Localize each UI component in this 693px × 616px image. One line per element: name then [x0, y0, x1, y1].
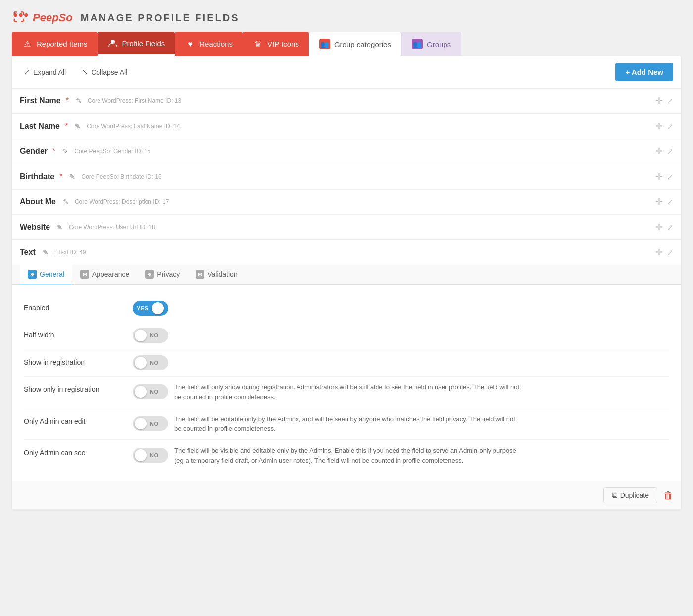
duplicate-label: Duplicate — [620, 491, 649, 499]
tab-group-categories[interactable]: 👥 Group categories — [309, 32, 401, 56]
duplicate-button[interactable]: ⧉ Duplicate — [603, 487, 657, 503]
field-row-first-name: First Name * ✎ Core WordPress: First Nam… — [12, 89, 681, 114]
field-row-about-me: About Me ✎ Core WordPress: Description I… — [12, 190, 681, 215]
logo: ⛶ PeepSo — [12, 9, 73, 27]
field-text-label: Text — [20, 248, 36, 257]
tab-groups[interactable]: 👥 Groups — [401, 32, 461, 56]
tab-general[interactable]: ⊞ General — [20, 265, 72, 284]
setting-show-only-in-registration-control: NO The field will only show during regis… — [133, 382, 521, 402]
toggle-only-admin-see-knob — [135, 449, 147, 461]
validation-tab-label: Validation — [207, 270, 237, 278]
group-categories-icon: 👥 — [319, 39, 330, 49]
setting-only-admin-see-label: Only Admin can see — [24, 446, 123, 457]
field-birthdate-label: Birthdate — [20, 172, 54, 181]
page-title: MANAGE PROFILE FIELDS — [81, 12, 240, 24]
field-about-me-edit-icon[interactable]: ✎ — [63, 198, 69, 206]
setting-enabled: Enabled YES — [24, 295, 669, 322]
tab-reactions[interactable]: ♥ Reactions — [175, 32, 243, 56]
setting-show-in-registration-control: NO — [133, 355, 168, 370]
setting-show-only-in-registration-desc: The field will only show during registra… — [174, 382, 521, 402]
field-last-name-meta: Core WordPress: Last Name ID: 14 — [87, 123, 180, 130]
field-birthdate-required: * — [59, 172, 62, 181]
field-text-edit-icon[interactable]: ✎ — [43, 248, 49, 256]
tab-vip-icons[interactable]: ♛ VIP Icons — [243, 32, 309, 56]
field-first-name-required: * — [66, 96, 69, 105]
toggle-show-only-in-registration-label: NO — [148, 389, 161, 395]
toggle-only-admin-edit-label: NO — [148, 421, 161, 426]
toggle-enabled-knob — [152, 302, 164, 314]
field-birthdate-expand[interactable]: ⤢ — [667, 172, 673, 182]
toggle-show-in-registration-label: NO — [148, 360, 161, 366]
svg-point-4 — [24, 13, 28, 17]
toggle-half-width-knob — [135, 330, 147, 341]
field-birthdate-drag[interactable]: ✛ — [655, 171, 663, 182]
validation-tab-icon: ⊞ — [196, 270, 204, 279]
field-first-name-edit-icon[interactable]: ✎ — [76, 97, 82, 105]
tab-validation[interactable]: ⊞ Validation — [188, 265, 245, 284]
groups-icon: 👥 — [412, 39, 423, 49]
field-gender-actions: ✛ ⤢ — [655, 146, 673, 157]
field-about-me-actions: ✛ ⤢ — [655, 196, 673, 207]
svg-text:⛶: ⛶ — [13, 11, 24, 24]
toggle-show-only-in-registration[interactable]: NO — [133, 384, 168, 399]
setting-only-admin-see: Only Admin can see NO The field will be … — [24, 440, 669, 471]
field-text-settings: Enabled YES Half width NO — [12, 285, 681, 481]
field-text-expand[interactable]: ⤢ — [667, 248, 673, 257]
field-row-birthdate: Birthdate * ✎ Core PeepSo: Birthdate ID:… — [12, 164, 681, 190]
duplicate-icon: ⧉ — [612, 491, 617, 500]
tab-vip-icons-label: VIP Icons — [267, 40, 299, 48]
field-website-meta: Core WordPress: User Url ID: 18 — [69, 224, 155, 231]
field-birthdate-edit-icon[interactable]: ✎ — [69, 173, 75, 181]
field-first-name-drag[interactable]: ✛ — [655, 95, 663, 106]
field-gender-drag[interactable]: ✛ — [655, 146, 663, 157]
tab-privacy[interactable]: ⊞ Privacy — [137, 265, 188, 284]
setting-only-admin-edit: Only Admin can edit NO The field will be… — [24, 408, 669, 440]
field-about-me-expand[interactable]: ⤢ — [667, 197, 673, 207]
tab-appearance[interactable]: ⊞ Appearance — [72, 265, 138, 284]
field-about-me-drag[interactable]: ✛ — [655, 196, 663, 207]
field-last-name-label: Last Name — [20, 122, 60, 131]
field-text-footer: ⧉ Duplicate 🗑 — [12, 481, 681, 509]
nav-tabs: ⚠ Reported Items ⚙ Profile Fields ♥ Reac… — [0, 32, 693, 56]
svg-point-3 — [19, 13, 22, 17]
general-tab-label: General — [40, 270, 64, 278]
toggle-show-in-registration[interactable]: NO — [133, 355, 168, 370]
field-website-expand[interactable]: ⤢ — [667, 223, 673, 232]
field-website-drag[interactable]: ✛ — [655, 222, 663, 233]
field-gender-edit-icon[interactable]: ✎ — [62, 147, 68, 155]
field-website-edit-icon[interactable]: ✎ — [57, 223, 63, 231]
profile-icon: ⚙ — [107, 38, 118, 48]
field-first-name-meta: Core WordPress: First Name ID: 13 — [88, 97, 181, 104]
privacy-tab-icon: ⊞ — [145, 270, 154, 279]
field-first-name-label: First Name — [20, 96, 61, 105]
delete-button[interactable]: 🗑 — [663, 490, 673, 501]
expand-all-button[interactable]: ⤢ Expand All — [20, 65, 70, 79]
toggle-enabled-label: YES — [135, 305, 150, 311]
toggle-only-admin-see-label: NO — [148, 452, 161, 458]
setting-show-in-registration: Show in registration NO — [24, 349, 669, 377]
privacy-tab-label: Privacy — [157, 270, 180, 278]
toggle-only-admin-see[interactable]: NO — [133, 448, 168, 463]
field-gender-expand[interactable]: ⤢ — [667, 147, 673, 156]
setting-only-admin-see-desc: The field will be visible and editable o… — [174, 446, 521, 465]
add-new-button[interactable]: + Add New — [615, 63, 673, 81]
tab-reactions-label: Reactions — [199, 40, 233, 48]
field-text-drag[interactable]: ✛ — [655, 247, 663, 258]
main-content: ⤢ Expand All ⤡ Collapse All + Add New Fi… — [12, 56, 681, 510]
toggle-enabled[interactable]: YES — [133, 301, 168, 316]
field-last-name-drag[interactable]: ✛ — [655, 121, 663, 132]
toggle-only-admin-edit[interactable]: NO — [133, 416, 168, 431]
field-first-name-actions: ✛ ⤢ — [655, 95, 673, 106]
tab-reported-items[interactable]: ⚠ Reported Items — [12, 32, 98, 56]
field-last-name-expand[interactable]: ⤢ — [667, 122, 673, 131]
toggle-half-width[interactable]: NO — [133, 328, 168, 343]
field-first-name-expand[interactable]: ⤢ — [667, 96, 673, 106]
tab-group-categories-label: Group categories — [334, 40, 391, 48]
heart-icon: ♥ — [185, 39, 196, 49]
svg-point-2 — [14, 13, 17, 17]
tab-profile-fields[interactable]: ⚙ Profile Fields — [98, 32, 175, 56]
field-last-name-edit-icon[interactable]: ✎ — [75, 122, 81, 130]
toggle-show-only-in-registration-knob — [135, 386, 147, 398]
collapse-all-button[interactable]: ⤡ Collapse All — [78, 65, 131, 79]
toggle-only-admin-edit-knob — [135, 418, 147, 429]
